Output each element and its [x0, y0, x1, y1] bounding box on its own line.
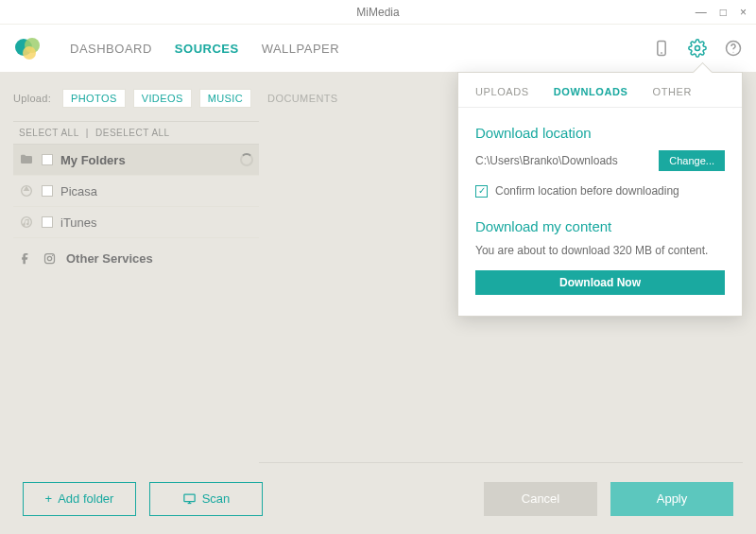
settings-tab-other[interactable]: OTHER	[653, 86, 693, 97]
tree-item-other-services[interactable]: Other Services	[13, 238, 259, 279]
nav-dashboard[interactable]: DASHBOARD	[70, 42, 152, 56]
settings-tab-downloads[interactable]: DOWNLOADS	[554, 86, 628, 97]
app-header: DASHBOARD SOURCES WALLPAPER	[0, 25, 756, 72]
download-location-heading: Download location	[475, 125, 725, 141]
svg-point-2	[23, 46, 36, 60]
maximize-button[interactable]: □	[720, 6, 727, 19]
settings-icon[interactable]	[688, 39, 707, 58]
cancel-label: Cancel	[522, 491, 559, 506]
svg-point-11	[47, 256, 51, 260]
svg-point-9	[22, 217, 32, 228]
checkbox[interactable]	[42, 154, 53, 165]
download-now-button[interactable]: Download Now	[475, 270, 725, 295]
settings-popover: UPLOADS DOWNLOADS OTHER Download locatio…	[457, 72, 743, 317]
close-button[interactable]: ×	[740, 6, 747, 19]
tree-item-my-folders[interactable]: My Folders	[13, 145, 259, 176]
titlebar: MiMedia — □ ×	[0, 0, 756, 25]
apply-button[interactable]: Apply	[610, 482, 733, 516]
footer-bar: + Add folder Scan Cancel Apply	[0, 463, 756, 534]
checkbox[interactable]	[42, 216, 53, 228]
cancel-button[interactable]: Cancel	[484, 482, 597, 516]
nav-wallpaper[interactable]: WALLPAPER	[262, 42, 340, 56]
other-services-label: Other Services	[66, 251, 153, 266]
svg-point-7	[733, 52, 734, 53]
checkbox-checked-icon[interactable]: ✓	[475, 185, 488, 198]
loading-spinner-icon	[240, 153, 253, 166]
window-title: MiMedia	[356, 6, 399, 19]
tree-item-label: iTunes	[60, 215, 97, 230]
download-content-summary: You are about to download 320 MB of cont…	[475, 244, 725, 257]
pill-music[interactable]: MUSIC	[199, 89, 251, 108]
folder-icon	[19, 152, 34, 167]
nav-sources[interactable]: SOURCES	[175, 42, 239, 56]
confirm-location-label: Confirm location before downloading	[495, 184, 679, 198]
download-path-value: C:\Users\Branko\Downloads	[475, 154, 618, 167]
minimize-button[interactable]: —	[696, 6, 707, 19]
select-all-link[interactable]: SELECT ALL	[19, 128, 78, 138]
facebook-icon	[19, 251, 33, 266]
tree-item-picasa[interactable]: Picasa	[13, 176, 259, 207]
change-location-button[interactable]: Change...	[659, 150, 725, 171]
help-icon[interactable]	[724, 39, 743, 58]
svg-point-12	[52, 255, 53, 256]
separator: |	[86, 128, 89, 138]
plus-icon: +	[45, 491, 53, 506]
download-content-heading: Download my content	[475, 218, 725, 234]
app-logo	[13, 34, 42, 62]
monitor-icon	[182, 491, 197, 506]
picasa-icon	[19, 183, 34, 198]
selection-bar: SELECT ALL | DESELECT ALL	[13, 121, 259, 145]
scan-button[interactable]: Scan	[149, 482, 263, 516]
instagram-icon	[43, 251, 57, 266]
tree-item-label: Picasa	[60, 184, 97, 198]
settings-tabs: UPLOADS DOWNLOADS OTHER	[458, 73, 742, 108]
device-icon[interactable]	[652, 39, 671, 58]
tree-item-itunes[interactable]: iTunes	[13, 207, 259, 238]
svg-point-5	[696, 46, 700, 51]
window-controls: — □ ×	[696, 0, 747, 24]
confirm-location-checkbox-row[interactable]: ✓ Confirm location before downloading	[475, 184, 725, 198]
settings-tab-uploads[interactable]: UPLOADS	[475, 86, 529, 97]
upload-filter-row: Upload: PHOTOS VIDEOS MUSIC DOCUMENTS	[13, 72, 259, 121]
tree-item-label: My Folders	[60, 153, 126, 167]
deselect-all-link[interactable]: DESELECT ALL	[95, 128, 170, 138]
checkbox[interactable]	[42, 185, 53, 197]
itunes-icon	[19, 215, 34, 230]
pill-photos[interactable]: PHOTOS	[62, 89, 126, 108]
add-folder-button[interactable]: + Add folder	[23, 482, 136, 516]
main-nav: DASHBOARD SOURCES WALLPAPER	[70, 42, 339, 56]
upload-label: Upload:	[13, 93, 51, 104]
apply-label: Apply	[657, 491, 688, 506]
scan-label: Scan	[202, 491, 231, 506]
add-folder-label: Add folder	[58, 491, 113, 506]
pill-videos[interactable]: VIDEOS	[133, 89, 192, 108]
svg-rect-13	[184, 494, 195, 502]
